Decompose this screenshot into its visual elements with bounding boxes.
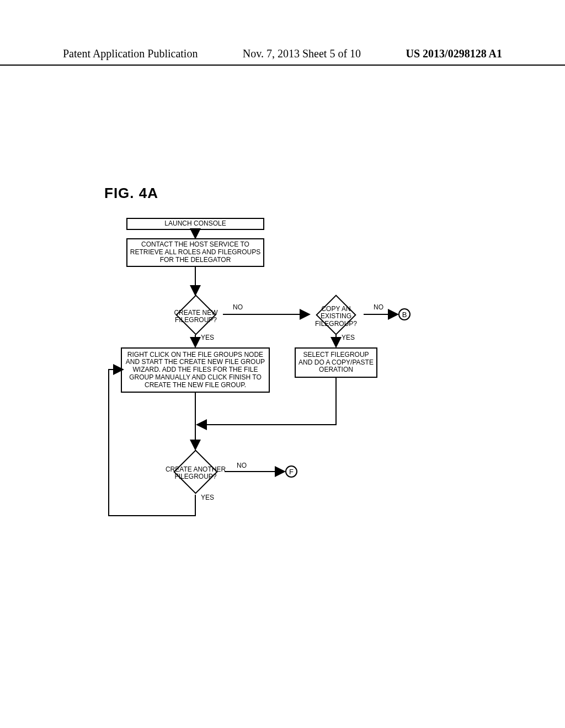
header-left: Patent Application Publication [63, 47, 198, 60]
process-text: SELECT FILEGROUP AND DO A COPY/PASTE OER… [297, 351, 375, 374]
edge-yes-2: YES [342, 334, 355, 341]
process-contact-host: CONTACT THE HOST SERVICE TO RETRIEVE ALL… [126, 238, 264, 267]
decision-text: CREATE ANOTHER FILEGROUP? [166, 465, 226, 480]
process-create-wizard: RIGHT CLICK ON THE FILE GROUPS NODE AND … [121, 347, 270, 393]
header-mid: Nov. 7, 2013 Sheet 5 of 10 [243, 47, 361, 60]
edge-yes-3: YES [201, 494, 214, 501]
edge-no-3: NO [237, 462, 247, 469]
connector-label: F [289, 468, 294, 476]
connector-label: B [402, 311, 407, 319]
connector-b: B [398, 308, 411, 320]
decision-text: COPY AN EXISTING FILEGROUP? [306, 306, 366, 328]
process-text: CONTACT THE HOST SERVICE TO RETRIEVE ALL… [129, 241, 262, 264]
decision-copy-existing: COPY AN EXISTING FILEGROUP? [316, 295, 356, 335]
process-text: LAUNCH CONSOLE [164, 220, 226, 228]
flowchart: LAUNCH CONSOLE CONTACT THE HOST SERVICE … [104, 215, 463, 546]
connector-f: F [285, 465, 297, 478]
edge-yes-1: YES [201, 334, 214, 341]
process-copy-paste: SELECT FILEGROUP AND DO A COPY/PASTE OER… [295, 347, 377, 378]
decision-text: CREATE NEW FILEGROUP? [168, 309, 223, 324]
header-right: US 2013/0298128 A1 [406, 47, 502, 60]
edge-no-1: NO [233, 303, 243, 311]
decision-create-new: CREATE NEW FILEGROUP? [175, 295, 216, 335]
edge-no-2: NO [374, 303, 383, 311]
process-text: RIGHT CLICK ON THE FILE GROUPS NODE AND … [123, 351, 268, 389]
page-header: Patent Application Publication Nov. 7, 2… [0, 47, 565, 66]
figure-label: FIG. 4A [104, 185, 158, 202]
decision-create-another: CREATE ANOTHER FILEGROUP? [173, 449, 218, 494]
process-launch-console: LAUNCH CONSOLE [126, 218, 264, 230]
